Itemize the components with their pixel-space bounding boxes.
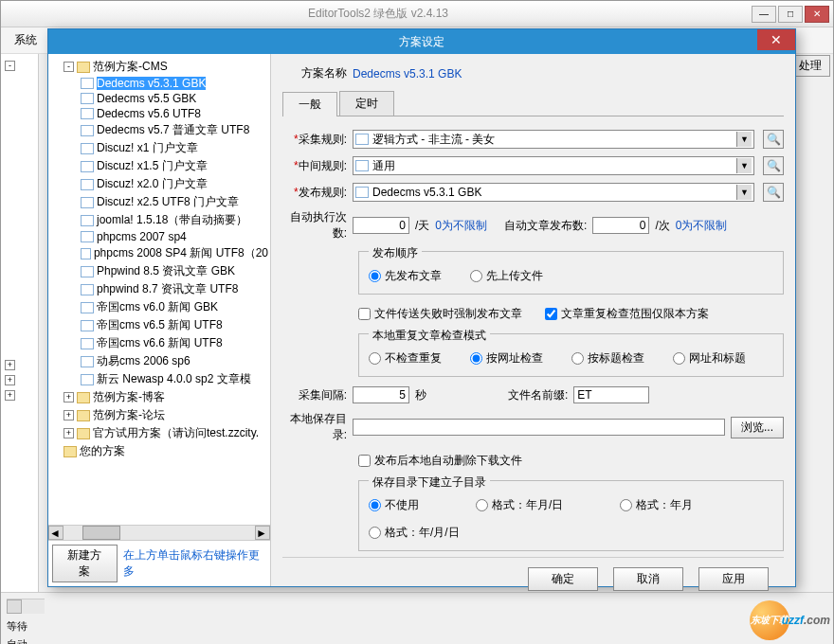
sidebar-node[interactable]: + — [5, 357, 34, 372]
save-dir-input[interactable] — [353, 419, 725, 436]
radio-dup-both[interactable]: 网址和标题 — [673, 350, 746, 367]
radio-sd-ym[interactable]: 格式：年月 — [620, 497, 693, 513]
publish-rule-search-button[interactable]: 🔍 — [763, 183, 784, 202]
tree-folder-trial[interactable]: +官方试用方案（请访问test.zzcity. — [50, 424, 268, 442]
chevron-down-icon[interactable]: ▼ — [736, 158, 752, 173]
maximize-button[interactable]: □ — [778, 6, 803, 23]
save-dir-label: 本地保存目录: — [282, 411, 347, 443]
menu-system[interactable]: 系统 — [7, 29, 45, 51]
auto-exec-input[interactable] — [353, 217, 409, 234]
tree-item[interactable]: Dedecms v5.6 UTF8 — [50, 106, 268, 121]
chevron-down-icon[interactable]: ▼ — [736, 185, 752, 200]
tree-item[interactable]: Discuz! x2.5 UTF8 门户文章 — [50, 193, 268, 211]
file-icon — [81, 179, 94, 190]
app-title: EditorTools2 绿色版 v2.4.13 — [5, 6, 752, 22]
search-icon: 🔍 — [767, 159, 781, 172]
dialog-form-panel: 方案名称 Dedecms v5.3.1 GBK 一般 定时 *采集规则: 逻辑方… — [271, 54, 795, 586]
ok-button[interactable]: 确定 — [528, 567, 598, 591]
tree-item[interactable]: Discuz! x1.5 门户文章 — [50, 157, 268, 175]
tree-item[interactable]: Discuz! x2.0 门户文章 — [50, 175, 268, 193]
tree-item[interactable]: phpwind 8.7 资讯文章 UTF8 — [50, 280, 268, 298]
tree-item[interactable]: 帝国cms v6.6 新闻 UTF8 — [50, 334, 268, 352]
tree-item[interactable]: phpcms 2007 sp4 — [50, 229, 268, 244]
radio-file-first[interactable]: 先上传文件 — [470, 268, 543, 284]
h-scrollbar[interactable] — [7, 599, 45, 614]
dialog-titlebar[interactable]: 方案设定 ✕ — [48, 29, 795, 54]
chk-dup-scope[interactable]: 文章重复检查范围仅限本方案 — [545, 306, 709, 322]
radio-sd-ymd2[interactable]: 格式：年/月/日 — [369, 525, 460, 541]
middle-rule-label: *中间规则: — [282, 158, 347, 174]
dup-mode-group: 本地重复文章检查模式 不检查重复 按网址检查 按标题检查 网址和标题 — [358, 333, 784, 377]
tree-h-scrollbar[interactable]: ◄ ► — [48, 525, 270, 540]
plan-tree[interactable]: -范例方案-CMS Dedecms v5.3.1 GBKDedecms v5.5… — [48, 54, 270, 525]
middle-rule-combo[interactable]: 通用▼ — [353, 156, 754, 175]
scroll-right-icon[interactable]: ► — [255, 526, 270, 540]
tree-folder-cms[interactable]: -范例方案-CMS — [50, 58, 268, 76]
tree-item[interactable]: Dedecms v5.3.1 GBK — [50, 76, 268, 91]
tree-item[interactable]: Phpwind 8.5 资讯文章 GBK — [50, 262, 268, 280]
file-icon — [81, 108, 94, 119]
tree-item[interactable]: Discuz! x1 门户文章 — [50, 139, 268, 157]
tree-folder-your[interactable]: 您的方案 — [50, 442, 268, 460]
tree-hint: 在上方单击鼠标右键操作更多 — [123, 547, 266, 580]
plan-settings-dialog: 方案设定 ✕ -范例方案-CMS Dedecms v5.3.1 GBKDedec… — [47, 28, 796, 587]
middle-rule-search-button[interactable]: 🔍 — [763, 156, 784, 175]
radio-sd-none[interactable]: 不使用 — [369, 497, 419, 513]
tree-item[interactable]: Dedecms v5.5 GBK — [50, 91, 268, 106]
chk-auto-delete[interactable]: 发布后本地自动删除下载文件 — [358, 453, 522, 469]
search-icon: 🔍 — [767, 133, 781, 146]
scroll-thumb[interactable] — [82, 526, 120, 540]
radio-sd-ymd1[interactable]: 格式：年月/日 — [476, 497, 563, 513]
publish-rule-combo[interactable]: Dedecms v5.3.1 GBK▼ — [353, 183, 754, 202]
tree-folder-forum[interactable]: +范例方案-论坛 — [50, 406, 268, 424]
scroll-left-icon[interactable]: ◄ — [48, 526, 63, 540]
tree-item[interactable]: Dedecms v5.7 普通文章 UTF8 — [50, 121, 268, 139]
dialog-close-button[interactable]: ✕ — [757, 29, 795, 50]
sidebar-node[interactable]: - — [5, 58, 34, 73]
close-button[interactable]: ✕ — [805, 6, 829, 23]
per-times-label: /次 — [655, 218, 669, 234]
file-icon — [355, 160, 369, 171]
plan-name-value: Dedecms v5.3.1 GBK — [353, 67, 462, 80]
tree-item[interactable]: 帝国cms v6.0 新闻 GBK — [50, 298, 268, 316]
file-icon — [81, 93, 94, 104]
collect-rule-search-button[interactable]: 🔍 — [763, 130, 784, 149]
tree-item[interactable]: 新云 Newasp 4.0.0 sp2 文章模 — [50, 370, 268, 388]
file-prefix-input[interactable] — [573, 386, 649, 403]
radio-dup-title[interactable]: 按标题检查 — [571, 350, 644, 367]
window-controls: — □ ✕ — [752, 6, 829, 23]
status-waiting: 等待 — [7, 619, 827, 634]
chk-force-publish[interactable]: 文件传送失败时强制发布文章 — [358, 306, 522, 322]
file-icon — [81, 338, 94, 349]
minimize-button[interactable]: — — [752, 6, 776, 23]
sidebar-node[interactable]: + — [5, 372, 34, 387]
new-plan-button[interactable]: 新建方案 — [52, 545, 118, 582]
cancel-button[interactable]: 取消 — [613, 567, 683, 591]
radio-dup-url[interactable]: 按网址检查 — [470, 350, 543, 367]
tree-folder-blog[interactable]: +范例方案-博客 — [50, 388, 268, 406]
interval-label: 采集间隔: — [282, 387, 347, 403]
auto-publish-input[interactable] — [592, 217, 649, 234]
tree-item[interactable]: 动易cms 2006 sp6 — [50, 352, 268, 370]
radio-dup-none[interactable]: 不检查重复 — [369, 350, 442, 367]
chevron-down-icon[interactable]: ▼ — [736, 132, 752, 147]
apply-button[interactable]: 应用 — [698, 567, 769, 591]
browse-button[interactable]: 浏览... — [731, 417, 784, 438]
auto-publish-label: 自动文章发布数: — [504, 218, 587, 234]
file-icon — [81, 197, 94, 208]
file-icon — [81, 374, 94, 385]
process-button[interactable]: 处理 — [790, 55, 830, 77]
collect-rule-combo[interactable]: 逻辑方式 - 非主流 - 美女▼ — [353, 130, 754, 149]
per-day-label: /天 — [415, 218, 429, 234]
interval-input[interactable] — [353, 386, 409, 403]
unlimited-hint: 0为不限制 — [435, 218, 487, 234]
file-icon — [81, 231, 94, 242]
radio-article-first[interactable]: 先发布文章 — [369, 268, 442, 284]
tree-item[interactable]: joomla! 1.5.18（带自动摘要） — [50, 211, 268, 229]
tab-schedule[interactable]: 定时 — [339, 91, 394, 116]
tree-item[interactable]: 帝国cms v6.5 新闻 UTF8 — [50, 316, 268, 334]
tab-general[interactable]: 一般 — [282, 92, 337, 116]
tree-item[interactable]: phpcms 2008 SP4 新闻 UTF8（20 — [50, 244, 268, 262]
sidebar-node[interactable]: + — [5, 387, 34, 402]
file-icon — [81, 284, 94, 295]
